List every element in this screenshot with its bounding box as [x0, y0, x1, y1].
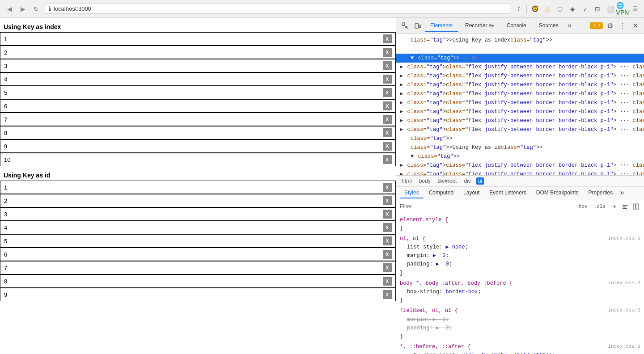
dom-line[interactable]: class="tag">>Using Key as indexclass="ta…	[396, 36, 644, 45]
dom-line[interactable]: ...	[396, 45, 644, 54]
new-style-rule-icon[interactable]	[621, 202, 630, 211]
refresh-button[interactable]: ↻	[31, 4, 41, 14]
css-source[interactable]: index.css:3	[608, 343, 640, 351]
sub-tab-computed[interactable]: Computed	[424, 188, 458, 198]
delete-button[interactable]: X	[383, 250, 392, 259]
delete-button[interactable]: X	[383, 34, 392, 43]
delete-button[interactable]: X	[383, 48, 392, 57]
toggle-arrow[interactable]: ▶	[400, 161, 406, 169]
device-emulation-icon[interactable]	[412, 21, 423, 31]
alert-badge: ⚠ 1	[590, 22, 603, 29]
forward-button[interactable]: ▶	[18, 4, 28, 14]
dom-line[interactable]: ▶ class="tag"> class="flex justify-betwe…	[396, 125, 644, 134]
css-rules-panel: element.style {}ol, ul {index.css:1list-…	[396, 213, 644, 354]
tab-console[interactable]: Console	[501, 20, 532, 32]
css-source[interactable]: index.css:3	[608, 307, 640, 315]
dom-line[interactable]: ▶ class="tag"> class="flex justify-betwe…	[396, 72, 644, 80]
devtools-tabs-top: Elements Recorder ⌲ Console Sources » ⚠ …	[396, 18, 644, 34]
delete-button[interactable]: X	[383, 88, 392, 97]
delete-button[interactable]: X	[383, 155, 392, 164]
brave-rewards-icon[interactable]: △	[543, 4, 552, 13]
tab-recorder[interactable]: Recorder ⌲	[460, 20, 500, 32]
devtools-settings-button[interactable]: ⚙	[605, 21, 615, 31]
dom-line[interactable]: ▶ class="tag"> class="flex justify-betwe…	[396, 98, 644, 107]
breadcrumb-item[interactable]: ul	[476, 177, 484, 185]
extension4-icon[interactable]: ⊟	[593, 4, 602, 13]
toggle-arrow[interactable]: ▶	[400, 63, 406, 71]
dom-tree[interactable]: class="tag">>Using Key as indexclass="ta…	[396, 34, 644, 176]
add-style-rule-icon[interactable]: +	[610, 202, 619, 211]
extension5-icon[interactable]: ⬜	[606, 4, 614, 13]
item-number: 2	[4, 198, 7, 204]
back-button[interactable]: ◀	[4, 4, 14, 14]
list-item: 2X	[0, 194, 396, 207]
sub-tab-more[interactable]: »	[618, 189, 626, 197]
toggle-arrow[interactable]: ▶	[400, 117, 406, 125]
dom-line[interactable]: ▶ class="tag"> class="flex justify-betwe…	[396, 63, 644, 72]
dom-line[interactable]: ▶ class="tag"> class="flex justify-betwe…	[396, 80, 644, 89]
filter-hov[interactable]: :hov	[574, 203, 589, 210]
breadcrumb-item[interactable]: div	[462, 177, 472, 185]
toggle-arrow[interactable]: ▼	[411, 152, 417, 160]
toggle-arrow[interactable]: ▶	[400, 72, 406, 80]
delete-button[interactable]: X	[383, 236, 392, 245]
delete-button[interactable]: X	[383, 277, 392, 286]
toggle-arrow[interactable]: ▼	[411, 54, 417, 62]
extension3-icon[interactable]: ♪	[580, 4, 589, 13]
share-icon[interactable]: ⤴	[514, 4, 523, 13]
extension1-icon[interactable]: ⬡	[555, 4, 564, 13]
delete-button[interactable]: X	[383, 75, 392, 84]
filter-cls[interactable]: .cls	[592, 203, 607, 210]
tab-elements[interactable]: Elements	[425, 20, 458, 32]
delete-button[interactable]: X	[383, 196, 392, 205]
devtools-menu-button[interactable]: ⋮	[617, 21, 628, 31]
dom-line[interactable]: ▶ class="tag"> class="flex justify-betwe…	[396, 161, 644, 170]
delete-button[interactable]: X	[383, 115, 392, 124]
delete-button[interactable]: X	[383, 142, 392, 151]
more-tabs-icon[interactable]: »	[566, 22, 574, 30]
delete-button[interactable]: X	[383, 61, 392, 70]
delete-button[interactable]: X	[383, 128, 392, 137]
menu-icon[interactable]: ☰	[631, 4, 640, 13]
list-item: 1X	[0, 32, 396, 46]
breadcrumb-item[interactable]: body	[417, 177, 432, 185]
sub-tab-styles[interactable]: Styles	[400, 188, 424, 198]
breadcrumb-item[interactable]: html	[400, 177, 414, 185]
dom-line[interactable]: ▼ class="tag">>	[396, 152, 644, 161]
toggle-arrow[interactable]: ▶	[400, 90, 406, 98]
css-source[interactable]: index.css:3	[608, 279, 640, 287]
toggle-arrow[interactable]: ▶	[400, 126, 406, 134]
vpn-icon[interactable]: 🌐 VPN	[618, 4, 627, 13]
toggle-arrow[interactable]: ▶	[400, 170, 406, 176]
dom-line[interactable]: ▶ class="tag"> class="flex justify-betwe…	[396, 170, 644, 176]
dom-line[interactable]: ▶ class="tag"> class="flex justify-betwe…	[396, 89, 644, 98]
delete-button[interactable]: X	[383, 210, 392, 219]
address-bar[interactable]: ℹ localhost:3000	[45, 4, 510, 14]
toggle-arrow[interactable]: ▶	[400, 99, 406, 107]
delete-button[interactable]: X	[383, 101, 392, 110]
toggle-arrow[interactable]: ▶	[400, 81, 406, 89]
dom-line[interactable]: class="tag">>	[396, 134, 644, 143]
tab-sources[interactable]: Sources	[534, 20, 564, 32]
extension2-icon[interactable]: ◈	[568, 4, 577, 13]
sub-tab-event-listeners[interactable]: Event Listeners	[485, 188, 531, 198]
dom-line[interactable]: ▼ class="tag">> == $0	[396, 54, 644, 63]
inspect-element-icon[interactable]	[400, 21, 411, 31]
delete-button[interactable]: X	[383, 183, 392, 192]
filter-input[interactable]	[400, 203, 571, 210]
toggle-sidebar-icon[interactable]	[631, 202, 640, 211]
sub-tab-layout[interactable]: Layout	[459, 188, 484, 198]
devtools-close-button[interactable]: ✕	[630, 21, 640, 31]
css-source[interactable]: index.css:1	[608, 235, 640, 243]
delete-button[interactable]: X	[383, 223, 392, 232]
dom-line[interactable]: ▶ class="tag"> class="flex justify-betwe…	[396, 107, 644, 116]
sub-tab-properties[interactable]: Properties	[584, 188, 618, 198]
delete-button[interactable]: X	[383, 263, 392, 272]
breadcrumb-item[interactable]: div#root	[436, 177, 459, 185]
dom-line[interactable]: class="tag">>Using Key as idclass="tag">…	[396, 143, 644, 152]
sub-tab-dom-breakpoints[interactable]: DOM Breakpoints	[532, 188, 583, 198]
delete-button[interactable]: X	[383, 290, 392, 299]
dom-line[interactable]: ▶ class="tag"> class="flex justify-betwe…	[396, 116, 644, 125]
brave-icon[interactable]: 🦁	[530, 4, 539, 13]
toggle-arrow[interactable]: ▶	[400, 108, 406, 116]
